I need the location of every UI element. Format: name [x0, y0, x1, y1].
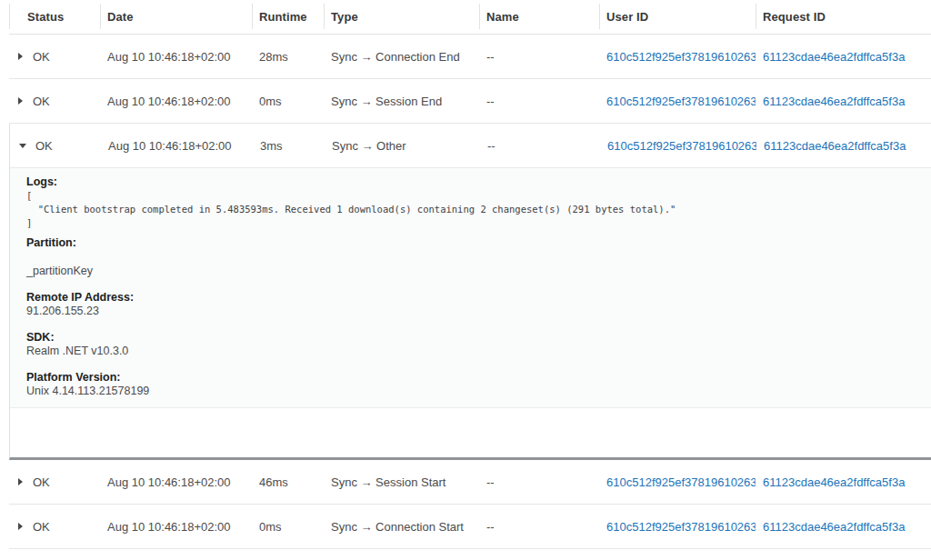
- runtime-cell: 28ms: [252, 50, 324, 64]
- column-header-runtime: Runtime: [252, 0, 324, 34]
- user-id-link[interactable]: 610c512f925ef37819610263: [599, 520, 756, 534]
- name-cell: --: [479, 95, 599, 108]
- date-cell: Aug 10 10:46:18+02:00: [100, 475, 252, 489]
- column-header-name: Name: [479, 0, 599, 34]
- caret-right-icon[interactable]: [18, 97, 24, 105]
- remote-ip-section: Remote IP Address: 91.206.155.23: [26, 291, 915, 318]
- caret-right-icon[interactable]: [18, 53, 24, 60]
- name-cell: --: [479, 520, 599, 534]
- name-cell: --: [479, 475, 599, 489]
- caret-right-icon[interactable]: [18, 478, 24, 485]
- runtime-cell: 46ms: [252, 475, 324, 489]
- expanded-entry-footer-spacer: [10, 408, 931, 457]
- platform-version-section: Platform Version: Unix 4.14.113.21578199: [26, 371, 915, 398]
- user-id-link[interactable]: 610c512f925ef37819610263: [599, 95, 756, 108]
- date-cell: Aug 10 10:46:18+02:00: [100, 95, 252, 108]
- name-cell: --: [479, 50, 599, 64]
- log-row[interactable]: OK Aug 10 10:46:18+02:00 0ms Sync → Sess…: [9, 79, 931, 124]
- runtime-cell: 3ms: [253, 139, 325, 153]
- type-cell: Sync → Other: [325, 139, 480, 153]
- logs-open-bracket: [: [26, 189, 915, 203]
- type-cell: Sync → Connection Start: [324, 520, 479, 534]
- expanded-log-entry: OK Aug 10 10:46:18+02:00 3ms Sync → Othe…: [9, 124, 931, 460]
- partition-label: Partition:: [26, 236, 915, 250]
- log-row[interactable]: OK Aug 10 10:46:18+02:00 28ms Sync → Con…: [9, 35, 931, 79]
- remote-ip-label: Remote IP Address:: [26, 291, 915, 305]
- date-cell: Aug 10 10:46:18+02:00: [100, 50, 252, 64]
- partition-section: Partition: _partitionKey: [26, 236, 915, 278]
- logs-close-bracket: ]: [26, 216, 915, 230]
- runtime-cell: 0ms: [252, 95, 324, 108]
- partition-value: _partitionKey: [26, 265, 915, 278]
- column-header-status: Status: [9, 0, 100, 34]
- status-text: OK: [33, 50, 50, 64]
- runtime-cell: 0ms: [252, 520, 324, 534]
- column-header-type: Type: [324, 0, 479, 34]
- logs-message: "Client bootstrap completed in 5.483593m…: [26, 203, 915, 216]
- table-header: Status Date Runtime Type Name User ID Re…: [9, 0, 931, 35]
- log-row-expanded[interactable]: OK Aug 10 10:46:18+02:00 3ms Sync → Othe…: [10, 124, 931, 168]
- request-id-link[interactable]: 61123cdae46ea2fdffca5f3a: [756, 520, 931, 534]
- name-cell: --: [480, 139, 600, 153]
- status-text: OK: [35, 139, 53, 153]
- logs-label: Logs:: [26, 175, 915, 189]
- log-row[interactable]: OK Aug 10 10:46:18+02:00 0ms Sync → Conn…: [9, 505, 931, 549]
- remote-ip-value: 91.206.155.23: [26, 305, 915, 318]
- type-cell: Sync → Session Start: [324, 475, 479, 489]
- platform-version-label: Platform Version:: [26, 371, 915, 385]
- sdk-label: SDK:: [26, 331, 915, 345]
- status-cell: OK: [9, 95, 100, 108]
- status-text: OK: [33, 475, 50, 489]
- column-header-user-id: User ID: [599, 0, 756, 34]
- log-detail-panel: Logs: [ "Client bootstrap completed in 5…: [10, 168, 931, 408]
- log-row[interactable]: OK Aug 10 10:46:18+02:00 46ms Sync → Ses…: [9, 460, 931, 505]
- logs-section: Logs: [ "Client bootstrap completed in 5…: [26, 175, 915, 230]
- request-id-link[interactable]: 61123cdae46ea2fdffca5f3a: [756, 139, 931, 153]
- type-cell: Sync → Session End: [324, 95, 479, 108]
- date-cell: Aug 10 10:46:18+02:00: [100, 520, 252, 534]
- column-header-request-id: Request ID: [756, 0, 931, 34]
- caret-down-icon[interactable]: [19, 144, 26, 148]
- status-text: OK: [33, 520, 50, 534]
- status-text: OK: [33, 95, 50, 108]
- status-cell: OK: [10, 139, 101, 153]
- status-cell: OK: [9, 520, 100, 534]
- request-id-link[interactable]: 61123cdae46ea2fdffca5f3a: [756, 475, 931, 489]
- user-id-link[interactable]: 610c512f925ef37819610263: [599, 50, 756, 64]
- column-header-date: Date: [100, 0, 252, 34]
- caret-right-icon[interactable]: [18, 523, 24, 530]
- request-id-link[interactable]: 61123cdae46ea2fdffca5f3a: [756, 50, 931, 64]
- request-id-link[interactable]: 61123cdae46ea2fdffca5f3a: [756, 95, 931, 108]
- user-id-link[interactable]: 610c512f925ef37819610263: [600, 139, 756, 153]
- status-cell: OK: [9, 475, 100, 489]
- platform-version-value: Unix 4.14.113.21578199: [26, 385, 915, 398]
- user-id-link[interactable]: 610c512f925ef37819610263: [599, 475, 756, 489]
- type-cell: Sync → Connection End: [324, 50, 479, 64]
- logs-table: Status Date Runtime Type Name User ID Re…: [9, 0, 931, 549]
- sdk-value: Realm .NET v10.3.0: [26, 345, 915, 358]
- date-cell: Aug 10 10:46:18+02:00: [101, 139, 253, 153]
- status-cell: OK: [9, 50, 100, 64]
- sdk-section: SDK: Realm .NET v10.3.0: [26, 331, 915, 358]
